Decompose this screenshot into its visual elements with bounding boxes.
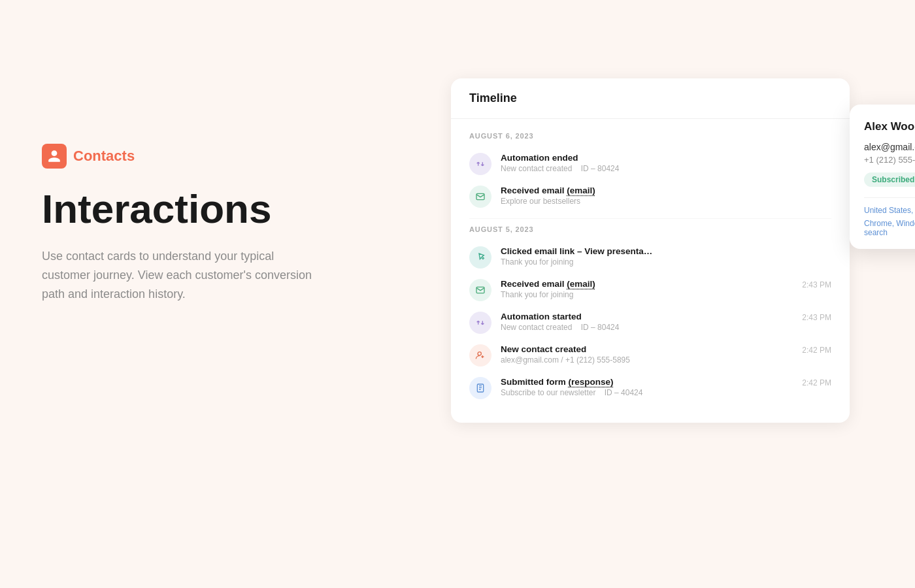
automation-started-title: Automation started — [501, 312, 793, 321]
email-icon — [469, 279, 491, 301]
received-email-sub: Explore our bestsellers — [501, 197, 831, 206]
clipboard-icon — [475, 383, 486, 393]
click-icon — [469, 246, 491, 269]
separator — [469, 218, 831, 219]
contact-location: United States, Florida, New Smyrna Beach — [864, 206, 915, 215]
timeline-body: AUGUST 6, 2023 Automation ended New cont… — [451, 119, 850, 423]
list-item: New contact created alex@gmail.com / +1 … — [469, 339, 831, 372]
page-title: Interactions — [42, 187, 356, 231]
clicked-link-title: Clicked email link – View presenta… — [501, 246, 831, 256]
list-item: Submitted form (response) Subscribe to o… — [469, 372, 831, 404]
automation-started-time: 2:43 PM — [802, 313, 831, 322]
contact-name: Alex Woods — [864, 120, 915, 133]
contacts-header: Contacts — [42, 144, 356, 169]
clicked-link-sub: Thank you for joining — [501, 257, 831, 267]
date-section-aug6: AUGUST 6, 2023 Automation ended New cont… — [469, 132, 831, 213]
form-icon — [469, 377, 491, 399]
date-label-aug5: AUGUST 5, 2023 — [469, 225, 831, 233]
timeline-item-content: Submitted form (response) Subscribe to o… — [501, 377, 793, 397]
svg-point-2 — [478, 352, 481, 355]
automation-ended-title: Automation ended — [501, 153, 831, 163]
page-description: Use contact cards to understand your typ… — [42, 247, 316, 303]
arrows-icon — [475, 318, 486, 328]
envelope-icon — [475, 191, 486, 202]
timeline-item-content: Received email (email) Explore our bests… — [501, 186, 831, 206]
timeline-item-content: Automation started New contact created I… — [501, 312, 793, 332]
automation-icon — [469, 153, 491, 175]
automation-started-icon — [469, 312, 491, 334]
contacts-icon — [42, 144, 67, 169]
envelope-icon — [475, 285, 486, 295]
date-label-aug6: AUGUST 6, 2023 — [469, 132, 831, 140]
contact-divider — [864, 197, 915, 198]
submitted-form-time: 2:42 PM — [802, 378, 831, 387]
timeline-item-content: Automation ended New contact created ID … — [501, 153, 831, 173]
person-icon — [47, 149, 61, 163]
received-email2-time: 2:43 PM — [802, 280, 831, 289]
contact-tech: Chrome, Windows, Desktop, UTM - Google /… — [864, 219, 915, 237]
email-icon — [469, 186, 491, 208]
list-item: Clicked email link – View presenta… Than… — [469, 241, 831, 274]
received-email2-sub: Thank you for joining — [501, 290, 793, 299]
contact-created-icon — [469, 344, 491, 367]
received-email2-title: Received email (email) — [501, 279, 793, 289]
list-item: Received email (email) Thank you for joi… — [469, 274, 831, 306]
timeline-item-content: Received email (email) Thank you for joi… — [501, 279, 793, 299]
timeline-title: Timeline — [469, 91, 517, 105]
received-email-title: Received email (email) — [501, 186, 831, 195]
arrows-icon — [475, 159, 486, 169]
contact-email: alex@gmail.com — [864, 142, 915, 152]
automation-ended-sub: New contact created ID – 80424 — [501, 164, 831, 173]
timeline-item-content: New contact created alex@gmail.com / +1 … — [501, 344, 793, 365]
contact-card: Alex Woods Edit alex@gmail.com +1 (212) … — [850, 105, 915, 249]
contact-card-header: Alex Woods Edit — [864, 119, 915, 134]
cursor-icon — [475, 252, 486, 263]
new-contact-title: New contact created — [501, 344, 793, 354]
contacts-label: Contacts — [73, 148, 135, 165]
person-plus-icon — [475, 350, 486, 361]
new-contact-time: 2:42 PM — [802, 346, 831, 355]
contact-phone: +1 (212) 555-5895 — [864, 155, 915, 165]
submitted-form-sub: Subscribe to our newsletter ID – 40424 — [501, 388, 793, 397]
automation-started-sub: New contact created ID – 80424 — [501, 323, 793, 332]
date-section-aug5: AUGUST 5, 2023 Clicked email link – View… — [469, 225, 831, 404]
left-panel: Contacts Interactions Use contact cards … — [42, 144, 356, 304]
list-item: Received email (email) Explore our bests… — [469, 180, 831, 213]
list-item: Automation started New contact created I… — [469, 306, 831, 339]
list-item: Automation ended New contact created ID … — [469, 148, 831, 180]
timeline-panel: Timeline AUGUST 6, 2023 Automation ended… — [451, 78, 850, 423]
timeline-item-content: Clicked email link – View presenta… Than… — [501, 246, 831, 267]
new-contact-sub: alex@gmail.com / +1 (212) 555-5895 — [501, 355, 793, 365]
subscribed-badge: Subscribed — [864, 172, 915, 187]
timeline-header: Timeline — [451, 78, 850, 119]
submitted-form-title: Submitted form (response) — [501, 377, 793, 387]
